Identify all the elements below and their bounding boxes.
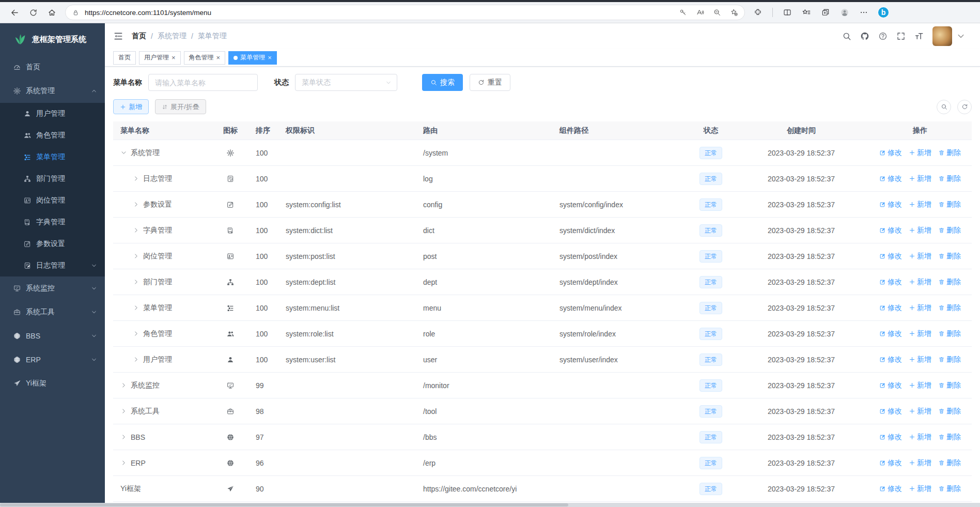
expand-row-icon[interactable] <box>133 227 139 234</box>
row-action-新增[interactable]: 新增 <box>909 174 931 183</box>
expand-row-icon[interactable] <box>120 459 127 466</box>
row-action-新增[interactable]: 新增 <box>909 407 931 416</box>
horizontal-scrollbar[interactable] <box>0 503 980 507</box>
search-mini-button[interactable] <box>937 100 951 114</box>
sidebar-item-字典管理[interactable]: 字典管理 <box>0 211 105 233</box>
extensions-icon[interactable] <box>753 8 763 17</box>
expand-row-icon[interactable] <box>120 382 127 389</box>
sidebar-item-参数设置[interactable]: 参数设置 <box>0 233 105 255</box>
search-icon[interactable] <box>842 32 851 41</box>
expand-row-icon[interactable] <box>120 408 127 414</box>
row-action-删除[interactable]: 删除 <box>938 381 961 390</box>
row-action-删除[interactable]: 删除 <box>938 433 961 442</box>
row-action-修改[interactable]: 修改 <box>879 407 902 416</box>
row-action-修改[interactable]: 修改 <box>879 381 902 390</box>
github-icon[interactable] <box>860 32 869 41</box>
row-action-新增[interactable]: 新增 <box>909 252 931 261</box>
sidebar-item-日志管理[interactable]: 日志管理 <box>0 255 105 276</box>
url-text[interactable]: https://ccnetcore.com:1101/system/menu <box>85 9 674 17</box>
sidebar-item-岗位管理[interactable]: 岗位管理 <box>0 190 105 211</box>
row-action-删除[interactable]: 删除 <box>938 148 961 158</box>
tab-首页[interactable]: 首页 <box>113 51 136 65</box>
expand-row-icon[interactable] <box>133 356 139 363</box>
row-action-修改[interactable]: 修改 <box>879 148 902 158</box>
row-action-新增[interactable]: 新增 <box>909 458 931 468</box>
back-button[interactable] <box>5 4 24 21</box>
add-button[interactable]: 新增 <box>113 99 149 114</box>
row-action-修改[interactable]: 修改 <box>879 484 902 494</box>
row-action-删除[interactable]: 删除 <box>938 329 961 339</box>
row-action-删除[interactable]: 删除 <box>938 458 961 468</box>
sidebar-item-系统工具[interactable]: 系统工具 <box>0 300 105 324</box>
sidebar-item-Yi框架[interactable]: Yi框架 <box>0 372 105 395</box>
row-action-删除[interactable]: 删除 <box>938 200 961 209</box>
menu-name-input[interactable] <box>148 74 258 91</box>
expand-row-icon[interactable] <box>133 304 139 311</box>
row-action-新增[interactable]: 新增 <box>909 200 931 209</box>
row-action-修改[interactable]: 修改 <box>879 278 902 287</box>
row-action-修改[interactable]: 修改 <box>879 329 902 339</box>
reload-button[interactable] <box>24 4 42 21</box>
row-action-修改[interactable]: 修改 <box>879 200 902 209</box>
lock-icon[interactable] <box>72 9 80 17</box>
row-action-新增[interactable]: 新增 <box>909 484 931 494</box>
sidebar-item-部门管理[interactable]: 部门管理 <box>0 168 105 190</box>
expand-row-icon[interactable] <box>133 253 139 259</box>
row-action-修改[interactable]: 修改 <box>879 252 902 261</box>
tab-菜单管理[interactable]: 菜单管理× <box>228 51 277 65</box>
row-action-删除[interactable]: 删除 <box>938 484 961 494</box>
row-action-新增[interactable]: 新增 <box>909 329 931 339</box>
row-action-删除[interactable]: 删除 <box>938 407 961 416</box>
read-aloud-icon[interactable] <box>696 8 704 17</box>
row-action-新增[interactable]: 新增 <box>909 278 931 287</box>
row-action-删除[interactable]: 删除 <box>938 226 961 235</box>
sidebar-item-角色管理[interactable]: 角色管理 <box>0 125 105 146</box>
reset-button[interactable]: 重置 <box>470 74 510 91</box>
row-action-新增[interactable]: 新增 <box>909 355 931 364</box>
sidebar-item-首页[interactable]: 首页 <box>0 55 105 79</box>
row-action-新增[interactable]: 新增 <box>909 148 931 158</box>
font-size-icon[interactable] <box>914 32 924 41</box>
sidebar-item-系统监控[interactable]: 系统监控 <box>0 276 105 300</box>
row-action-新增[interactable]: 新增 <box>909 303 931 313</box>
row-action-删除[interactable]: 删除 <box>938 278 961 287</box>
sidebar-item-系统管理[interactable]: 系统管理 <box>0 79 105 103</box>
bing-icon[interactable]: b <box>877 6 890 19</box>
home-button[interactable] <box>42 4 61 21</box>
user-avatar[interactable] <box>932 26 952 46</box>
row-action-新增[interactable]: 新增 <box>909 226 931 235</box>
row-action-删除[interactable]: 删除 <box>938 355 961 364</box>
row-action-修改[interactable]: 修改 <box>879 226 902 235</box>
search-button[interactable]: 搜索 <box>422 74 463 91</box>
row-action-修改[interactable]: 修改 <box>879 355 902 364</box>
close-icon[interactable]: × <box>172 54 176 61</box>
expand-row-icon[interactable] <box>120 434 127 440</box>
sidebar-item-菜单管理[interactable]: 菜单管理 <box>0 146 105 168</box>
row-action-删除[interactable]: 删除 <box>938 303 961 313</box>
sidebar-item-用户管理[interactable]: 用户管理 <box>0 103 105 125</box>
collections-icon[interactable] <box>821 8 830 17</box>
fullscreen-icon[interactable] <box>896 32 906 41</box>
tab-用户管理[interactable]: 用户管理× <box>139 51 181 65</box>
address-bar[interactable]: https://ccnetcore.com:1101/system/menu <box>65 5 745 20</box>
row-action-修改[interactable]: 修改 <box>879 303 902 313</box>
avatar-dropdown-caret-icon[interactable] <box>956 32 966 41</box>
row-action-新增[interactable]: 新增 <box>909 381 931 390</box>
breadcrumb-item-首页[interactable]: 首页 <box>132 32 146 41</box>
favorites-icon[interactable] <box>802 8 811 17</box>
expand-row-icon[interactable] <box>133 201 139 208</box>
scrollbar-thumb[interactable] <box>0 503 568 506</box>
split-screen-icon[interactable] <box>783 8 792 17</box>
refresh-mini-button[interactable] <box>957 100 972 114</box>
sidebar-item-BBS[interactable]: BBS <box>0 324 105 348</box>
close-icon[interactable]: × <box>268 54 272 61</box>
profile-icon[interactable] <box>840 8 849 17</box>
expand-row-icon[interactable] <box>133 279 139 285</box>
expand-row-icon[interactable] <box>133 175 139 182</box>
row-action-删除[interactable]: 删除 <box>938 174 961 183</box>
row-action-新增[interactable]: 新增 <box>909 433 931 442</box>
status-select[interactable]: 菜单状态 <box>295 74 397 91</box>
question-icon[interactable] <box>878 32 888 41</box>
row-action-修改[interactable]: 修改 <box>879 174 902 183</box>
collapse-row-icon[interactable] <box>120 149 127 156</box>
